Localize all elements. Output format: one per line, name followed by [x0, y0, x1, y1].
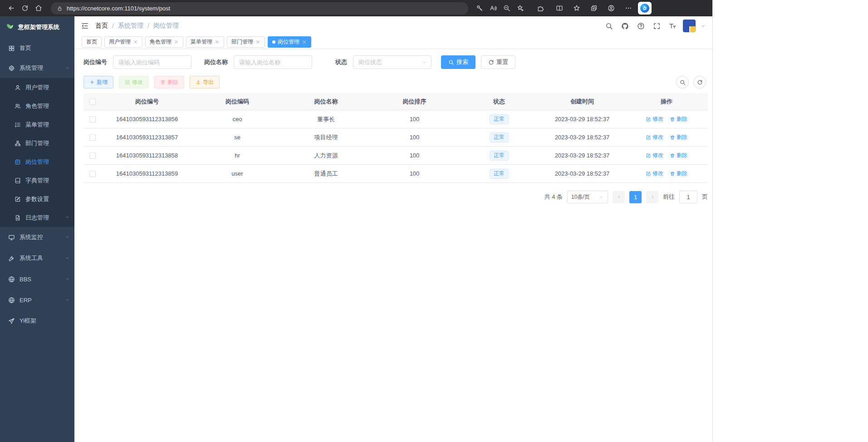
- status-badge: 正常: [490, 114, 509, 124]
- post-id-input[interactable]: [113, 55, 191, 69]
- row-checkbox[interactable]: [89, 171, 96, 177]
- active-dot: [272, 40, 275, 44]
- bing-icon: b: [640, 4, 649, 13]
- sidebar-item-menu-mgmt[interactable]: 菜单管理: [0, 115, 74, 134]
- row-delete-link[interactable]: 删除: [670, 133, 687, 141]
- favorites-button[interactable]: [570, 2, 584, 15]
- sidebar-item-home[interactable]: 首页: [0, 38, 74, 58]
- browser-home-button[interactable]: [32, 2, 45, 15]
- monitor-icon: [8, 234, 15, 241]
- sidebar-item-param-settings[interactable]: 参数设置: [0, 190, 74, 208]
- send-icon: [8, 318, 15, 324]
- trash-icon: [160, 79, 166, 85]
- refresh-button[interactable]: [18, 2, 32, 15]
- tab-post-mgmt[interactable]: 岗位管理: [268, 36, 311, 48]
- read-aloud-button[interactable]: [486, 2, 500, 15]
- fullscreen-button[interactable]: [651, 20, 662, 31]
- close-icon[interactable]: [174, 39, 179, 44]
- close-icon[interactable]: [215, 39, 220, 44]
- row-delete-link[interactable]: 删除: [670, 115, 687, 123]
- globe-icon: [8, 297, 15, 304]
- row-checkbox[interactable]: [89, 134, 96, 141]
- row-checkbox[interactable]: [89, 152, 96, 159]
- tab-user-mgmt[interactable]: 用户管理: [104, 36, 142, 48]
- sidebar-item-system[interactable]: 系统管理: [0, 58, 74, 78]
- user-avatar[interactable]: [683, 20, 696, 32]
- github-button[interactable]: [619, 20, 630, 31]
- sidebar-item-dict-mgmt[interactable]: 字典管理: [0, 171, 74, 190]
- breadcrumb-system[interactable]: 系统管理: [118, 22, 143, 30]
- add-favorite-button[interactable]: [514, 2, 527, 15]
- extensions-button[interactable]: [534, 2, 547, 15]
- refresh-table-button[interactable]: [693, 76, 706, 88]
- show-search-button[interactable]: [676, 76, 689, 88]
- plus-icon: [89, 79, 95, 85]
- back-button[interactable]: [5, 2, 18, 15]
- copilot-button[interactable]: b: [638, 2, 652, 15]
- user-menu-caret-icon[interactable]: [701, 23, 706, 29]
- split-screen-button[interactable]: [553, 2, 566, 15]
- chevron-up-icon: [65, 65, 70, 72]
- chevron-down-icon: [65, 276, 70, 283]
- status-badge: 正常: [490, 151, 509, 161]
- address-bar[interactable]: https://ccnetcore.com:1101/system/post: [51, 2, 468, 15]
- reset-button[interactable]: 重置: [481, 55, 515, 69]
- tab-home[interactable]: 首页: [82, 36, 102, 48]
- post-table: 岗位编号 岗位编码 岗位名称 岗位排序 状态 创建时间 操作 164103059…: [83, 93, 708, 183]
- sidebar-item-erp[interactable]: ERP: [0, 290, 74, 310]
- row-edit-link[interactable]: 修改: [646, 170, 663, 177]
- dashboard-icon: [8, 45, 15, 52]
- sidebar-item-user-mgmt[interactable]: 用户管理: [0, 78, 74, 97]
- row-checkbox[interactable]: [89, 116, 96, 123]
- browser-menu-button[interactable]: [622, 2, 635, 15]
- post-name-input[interactable]: [234, 55, 312, 69]
- help-button[interactable]: [635, 20, 646, 31]
- search-button[interactable]: 搜索: [441, 55, 476, 69]
- close-icon[interactable]: [133, 39, 138, 44]
- table-header-row: 岗位编号 岗位编码 岗位名称 岗位排序 状态 创建时间 操作: [83, 93, 708, 110]
- select-all-checkbox[interactable]: [89, 98, 96, 105]
- filter-form: 岗位编号 岗位名称 状态 岗位状态 搜索 重置: [83, 55, 708, 69]
- row-edit-link[interactable]: 修改: [646, 115, 663, 123]
- breadcrumb-home[interactable]: 首页: [95, 22, 108, 30]
- row-delete-link[interactable]: 删除: [670, 152, 687, 159]
- sidebar-item-dept-mgmt[interactable]: 部门管理: [0, 134, 74, 152]
- export-button[interactable]: 导出: [190, 76, 220, 88]
- collections-button[interactable]: [587, 2, 601, 15]
- sidebar-item-bbs[interactable]: BBS: [0, 269, 74, 290]
- sidebar-item-yi-framework[interactable]: Yi框架: [0, 310, 74, 331]
- tab-menu-mgmt[interactable]: 菜单管理: [186, 36, 224, 48]
- profile-button[interactable]: [604, 2, 618, 15]
- chevron-down-icon: [65, 214, 70, 221]
- prev-page-button[interactable]: [613, 191, 625, 203]
- gear-icon: [8, 65, 15, 72]
- header-search-button[interactable]: [603, 20, 614, 31]
- next-page-button[interactable]: [646, 191, 658, 203]
- collapse-sidebar-button[interactable]: [81, 22, 89, 30]
- trash-icon: [670, 117, 675, 122]
- row-delete-link[interactable]: 删除: [670, 170, 687, 177]
- close-icon[interactable]: [255, 39, 260, 44]
- zoom-out-button[interactable]: [500, 2, 514, 15]
- sidebar-item-log-mgmt[interactable]: 日志管理: [0, 208, 74, 227]
- font-size-button[interactable]: [667, 20, 678, 31]
- goto-page-input[interactable]: [679, 191, 697, 203]
- tab-dept-mgmt[interactable]: 部门管理: [227, 36, 265, 48]
- delete-button[interactable]: 删除: [154, 76, 184, 88]
- password-key-button[interactable]: [473, 2, 486, 15]
- badge-icon: [15, 159, 21, 165]
- sidebar-item-tools[interactable]: 系统工具: [0, 248, 74, 269]
- sidebar-item-monitor[interactable]: 系统监控: [0, 227, 74, 248]
- page-size-select[interactable]: 10条/页: [567, 191, 608, 203]
- trash-icon: [670, 153, 675, 158]
- sidebar-item-post-mgmt[interactable]: 岗位管理: [0, 152, 74, 171]
- row-edit-link[interactable]: 修改: [646, 152, 663, 159]
- status-select[interactable]: 岗位状态: [353, 55, 432, 69]
- row-edit-link[interactable]: 修改: [646, 133, 663, 141]
- add-button[interactable]: 新增: [83, 76, 113, 88]
- page-1-button[interactable]: 1: [629, 191, 642, 203]
- tab-role-mgmt[interactable]: 角色管理: [145, 36, 183, 48]
- edit-button[interactable]: 修改: [119, 76, 149, 88]
- close-icon[interactable]: [302, 39, 307, 44]
- sidebar-item-role-mgmt[interactable]: 角色管理: [0, 97, 74, 115]
